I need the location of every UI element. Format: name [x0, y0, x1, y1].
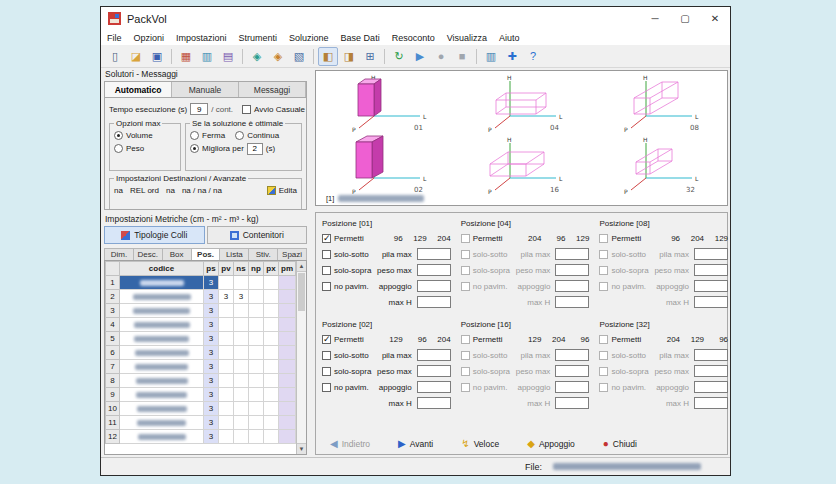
- appoggio-input[interactable]: [417, 381, 451, 393]
- pm-cell[interactable]: [279, 360, 296, 374]
- no-pavim-checkbox[interactable]: [322, 383, 331, 392]
- codice-cell[interactable]: [120, 332, 204, 346]
- codice-cell[interactable]: [120, 430, 204, 444]
- pv-cell[interactable]: [219, 388, 234, 402]
- tab-tipologie-colli[interactable]: Tipologie Colli: [104, 226, 205, 244]
- ns-cell[interactable]: [234, 346, 249, 360]
- ps-cell[interactable]: 3: [204, 360, 219, 374]
- ps-cell[interactable]: 3: [204, 374, 219, 388]
- pm-cell[interactable]: [279, 304, 296, 318]
- ns-cell[interactable]: [234, 276, 249, 290]
- appoggio-button[interactable]: ◆Appoggio: [527, 439, 575, 449]
- np-cell[interactable]: [249, 304, 264, 318]
- row-number[interactable]: 6: [106, 346, 120, 360]
- pila-max-input[interactable]: [555, 349, 589, 361]
- permetti-checkbox[interactable]: [599, 234, 608, 243]
- column-header-np[interactable]: np: [249, 262, 264, 276]
- pv-cell[interactable]: [219, 332, 234, 346]
- scroll-down-button[interactable]: ▼: [297, 443, 306, 454]
- pm-cell[interactable]: [279, 416, 296, 430]
- ps-cell[interactable]: 3: [204, 388, 219, 402]
- open-folder-icon[interactable]: ◪: [126, 47, 146, 66]
- codice-cell[interactable]: [120, 402, 204, 416]
- solo-sotto-checkbox[interactable]: [599, 351, 608, 360]
- codice-cell[interactable]: [120, 360, 204, 374]
- ps-cell[interactable]: 3: [204, 346, 219, 360]
- peso-max-input[interactable]: [694, 365, 728, 377]
- no-pavim-checkbox[interactable]: [461, 383, 470, 392]
- pv-cell[interactable]: [219, 430, 234, 444]
- px-cell[interactable]: [264, 388, 279, 402]
- max-h-input[interactable]: [694, 296, 728, 308]
- np-cell[interactable]: [249, 388, 264, 402]
- ns-cell[interactable]: [234, 374, 249, 388]
- solo-sopra-checkbox[interactable]: [322, 266, 331, 275]
- pv-cell[interactable]: [219, 318, 234, 332]
- row-number[interactable]: 8: [106, 374, 120, 388]
- scroll-thumb[interactable]: [298, 273, 305, 311]
- ferma-radio[interactable]: [190, 131, 199, 140]
- row-number[interactable]: 9: [106, 388, 120, 402]
- solo-sotto-checkbox[interactable]: [322, 351, 331, 360]
- pm-cell[interactable]: [279, 346, 296, 360]
- appoggio-input[interactable]: [555, 280, 589, 292]
- ns-cell[interactable]: [234, 430, 249, 444]
- row-number[interactable]: 7: [106, 360, 120, 374]
- row-number[interactable]: 4: [106, 318, 120, 332]
- no-pavim-checkbox[interactable]: [599, 282, 608, 291]
- peso-radio[interactable]: [114, 144, 123, 153]
- chiudi-button[interactable]: ●Chiudi: [603, 439, 637, 449]
- max-h-input[interactable]: [555, 397, 589, 409]
- permetti-checkbox[interactable]: [322, 335, 331, 344]
- minimize-button[interactable]: ─: [640, 7, 670, 30]
- codice-cell[interactable]: [120, 304, 204, 318]
- solo-sopra-checkbox[interactable]: [599, 367, 608, 376]
- tab-contenitori[interactable]: Contenitori: [207, 226, 308, 244]
- ps-cell[interactable]: 3: [204, 402, 219, 416]
- px-cell[interactable]: [264, 374, 279, 388]
- max-h-input[interactable]: [417, 397, 451, 409]
- solver-tab-messaggi[interactable]: Messaggi: [239, 82, 306, 97]
- resoconto-icon[interactable]: ▧: [289, 47, 309, 66]
- solo-sopra-checkbox[interactable]: [461, 367, 470, 376]
- row-number[interactable]: 1: [106, 276, 120, 290]
- pm-cell[interactable]: [279, 332, 296, 346]
- appoggio-input[interactable]: [555, 381, 589, 393]
- codice-cell[interactable]: [120, 318, 204, 332]
- ns-cell[interactable]: [234, 360, 249, 374]
- appoggio-input[interactable]: [694, 381, 728, 393]
- ps-cell[interactable]: 3: [204, 416, 219, 430]
- pila-max-input[interactable]: [417, 248, 451, 260]
- menu-item-file[interactable]: File: [101, 33, 128, 43]
- codice-cell[interactable]: [120, 276, 204, 290]
- permetti-checkbox[interactable]: [599, 335, 608, 344]
- viewer-cell-16[interactable]: HLP 16: [454, 134, 590, 196]
- np-cell[interactable]: [249, 416, 264, 430]
- px-cell[interactable]: [264, 304, 279, 318]
- solo-sopra-checkbox[interactable]: [599, 266, 608, 275]
- peso-max-input[interactable]: [694, 264, 728, 276]
- pv-cell[interactable]: [219, 374, 234, 388]
- vista-griglia-icon[interactable]: ⊞: [360, 47, 380, 66]
- np-cell[interactable]: [249, 332, 264, 346]
- table-scrollbar[interactable]: ▲ ▼: [296, 261, 306, 454]
- row-number[interactable]: 12: [106, 430, 120, 444]
- pm-cell[interactable]: [279, 402, 296, 416]
- menu-item-impostazioni[interactable]: Impostazioni: [170, 33, 233, 43]
- column-header-codice[interactable]: codice: [120, 262, 204, 276]
- ns-cell[interactable]: [234, 318, 249, 332]
- px-cell[interactable]: [264, 416, 279, 430]
- peso-max-input[interactable]: [417, 264, 451, 276]
- px-cell[interactable]: [264, 318, 279, 332]
- peso-max-input[interactable]: [417, 365, 451, 377]
- menu-item-base-dati[interactable]: Base Dati: [335, 33, 386, 43]
- appoggio-input[interactable]: [417, 280, 451, 292]
- aiuto-icon[interactable]: ?: [523, 47, 543, 66]
- ps-cell[interactable]: 3: [204, 304, 219, 318]
- avanti-button[interactable]: ▶Avanti: [398, 439, 433, 449]
- pv-cell[interactable]: [219, 346, 234, 360]
- pv-cell[interactable]: [219, 402, 234, 416]
- no-pavim-checkbox[interactable]: [461, 282, 470, 291]
- px-cell[interactable]: [264, 430, 279, 444]
- ns-cell[interactable]: 3: [234, 290, 249, 304]
